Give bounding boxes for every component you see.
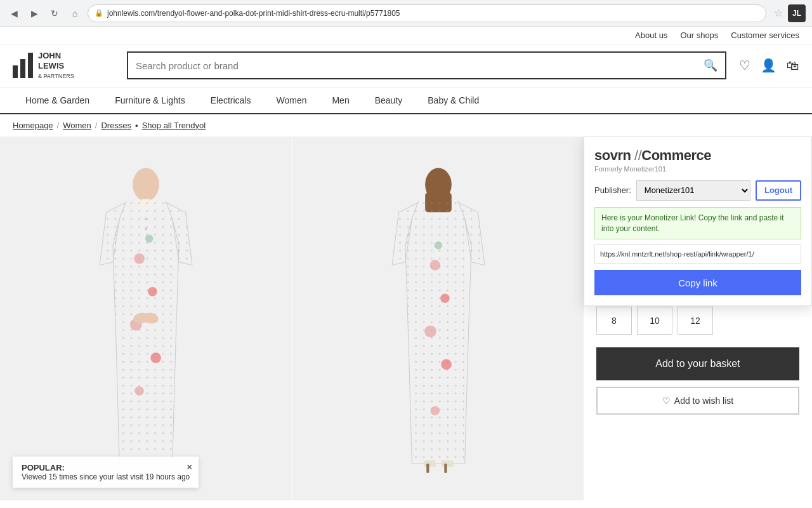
size-grid: 8 10 12 <box>596 307 799 335</box>
sovrn-logo-slash: // <box>631 147 641 163</box>
refresh-button[interactable]: ↻ <box>47 6 62 21</box>
breadcrumb-shop-all[interactable]: Shop all Trendyol <box>142 121 206 130</box>
popular-message: Viewed 15 times since your last visit 19… <box>22 472 190 481</box>
svg-point-10 <box>144 228 147 231</box>
svg-point-18 <box>429 260 440 271</box>
publisher-label: Publisher: <box>594 185 631 195</box>
svg-rect-26 <box>442 460 454 467</box>
dress-front-svg <box>70 159 222 477</box>
wishlist-icon[interactable]: ♡ <box>739 58 750 73</box>
url-text: johnlewis.com/trendyol-flower-and-polka-… <box>107 9 400 18</box>
nav-home-garden[interactable]: Home & Garden <box>13 88 102 113</box>
sovrn-logo-left: sovrn <box>594 147 631 163</box>
logout-button[interactable]: Logout <box>756 180 801 201</box>
size-10-button[interactable]: 10 <box>637 307 672 335</box>
sovrn-logo: sovrn //Commerce <box>594 147 801 164</box>
main-nav: Home & Garden Furniture & Lights Electri… <box>0 88 812 114</box>
logo-bar-3 <box>28 53 33 78</box>
about-us-link[interactable]: About us <box>635 30 667 40</box>
svg-point-22 <box>430 406 440 416</box>
search-input[interactable] <box>136 60 704 71</box>
svg-rect-24 <box>424 460 436 467</box>
site-header: JOHNLEWIS& PARTNERS 🔍 ♡ 👤 🛍 <box>0 44 812 88</box>
nav-furniture-lights[interactable]: Furniture & Lights <box>102 88 198 113</box>
add-to-basket-button[interactable]: Add to your basket <box>596 347 799 380</box>
product-image-back <box>292 137 584 500</box>
publisher-row: Publisher: Monetizer101 Logout <box>594 180 801 201</box>
sovrn-formerly: Formerly Monetizer101 <box>594 165 801 173</box>
logo-text: JOHNLEWIS& PARTNERS <box>38 51 74 81</box>
svg-point-21 <box>441 359 452 370</box>
nav-men[interactable]: Men <box>319 88 362 113</box>
nav-baby-child[interactable]: Baby & Child <box>415 88 492 113</box>
popular-title: POPULAR: <box>22 463 190 472</box>
back-button[interactable]: ◀ <box>6 6 22 21</box>
wishlist-heart-icon: ♡ <box>662 396 671 406</box>
svg-point-23 <box>434 241 442 250</box>
svg-rect-25 <box>426 464 429 473</box>
product-images: × POPULAR: Viewed 15 times since your la… <box>0 137 584 500</box>
product-image-front <box>0 137 291 500</box>
home-button[interactable]: ⌂ <box>67 6 82 21</box>
breadcrumb-homepage[interactable]: Homepage <box>13 121 53 130</box>
forward-button[interactable]: ▶ <box>27 6 42 21</box>
customer-services-link[interactable]: Customer services <box>731 30 799 40</box>
wishlist-label: Add to wish list <box>674 396 733 406</box>
svg-point-1 <box>133 168 159 201</box>
svg-point-6 <box>150 352 161 363</box>
search-bar: 🔍 <box>127 51 726 79</box>
sovrn-panel: sovrn //Commerce Formerly Monetizer101 P… <box>584 137 812 307</box>
browser-chrome: ◀ ▶ ↻ ⌂ 🔒 johnlewis.com/trendyol-flower-… <box>0 0 812 27</box>
breadcrumb-dresses[interactable]: Dresses <box>101 121 131 130</box>
svg-point-9 <box>144 218 147 220</box>
utility-bar: About us Our shops Customer services <box>0 27 812 44</box>
sovrn-header: sovrn //Commerce Formerly Monetizer101 <box>594 147 801 173</box>
size-8-button[interactable]: 8 <box>596 307 632 335</box>
breadcrumb-bullet: • <box>135 121 138 130</box>
nav-women[interactable]: Women <box>263 88 319 113</box>
svg-point-4 <box>148 287 157 297</box>
bookmark-icon[interactable]: ☆ <box>774 7 783 19</box>
svg-point-19 <box>440 294 450 304</box>
logo-bar-2 <box>20 59 25 78</box>
popular-close-button[interactable]: × <box>187 462 192 473</box>
logo-bar-1 <box>13 65 18 78</box>
lock-icon: 🔒 <box>95 9 103 17</box>
svg-point-20 <box>424 326 436 338</box>
copy-link-button[interactable]: Copy link <box>594 270 801 295</box>
header-icons: ♡ 👤 🛍 <box>739 58 799 73</box>
account-icon[interactable]: 👤 <box>761 58 776 73</box>
breadcrumb: Homepage / Women / Dresses • Shop all Tr… <box>0 114 812 137</box>
address-bar[interactable]: 🔒 johnlewis.com/trendyol-flower-and-polk… <box>88 4 766 22</box>
logo[interactable]: JOHNLEWIS& PARTNERS <box>13 51 114 81</box>
our-shops-link[interactable]: Our shops <box>680 30 718 40</box>
popular-badge: × POPULAR: Viewed 15 times since your la… <box>13 457 199 488</box>
dress-back-svg <box>362 159 514 477</box>
logo-bars <box>13 53 33 78</box>
svg-rect-27 <box>444 464 447 473</box>
sovrn-logo-commerce: Commerce <box>641 147 711 163</box>
add-to-wishlist-button[interactable]: ♡ Add to wish list <box>596 387 799 415</box>
svg-point-8 <box>145 235 152 243</box>
browser-extension[interactable]: JL <box>788 4 806 22</box>
breadcrumb-women[interactable]: Women <box>63 121 91 130</box>
sovrn-message: Here is your Monetizer Link! Copy the li… <box>594 207 801 240</box>
basket-icon[interactable]: 🛍 <box>787 58 799 73</box>
nav-electricals[interactable]: Electricals <box>198 88 264 113</box>
sovrn-link-input[interactable] <box>594 244 801 264</box>
publisher-select[interactable]: Monetizer101 <box>636 180 750 201</box>
nav-beauty[interactable]: Beauty <box>362 88 416 113</box>
svg-point-3 <box>134 253 145 264</box>
breadcrumb-sep-2: / <box>95 121 98 130</box>
svg-point-7 <box>134 387 144 396</box>
size-12-button[interactable]: 12 <box>678 307 713 335</box>
search-button[interactable]: 🔍 <box>704 58 717 72</box>
page-content: × POPULAR: Viewed 15 times since your la… <box>0 137 812 500</box>
breadcrumb-sep-1: / <box>57 121 60 130</box>
